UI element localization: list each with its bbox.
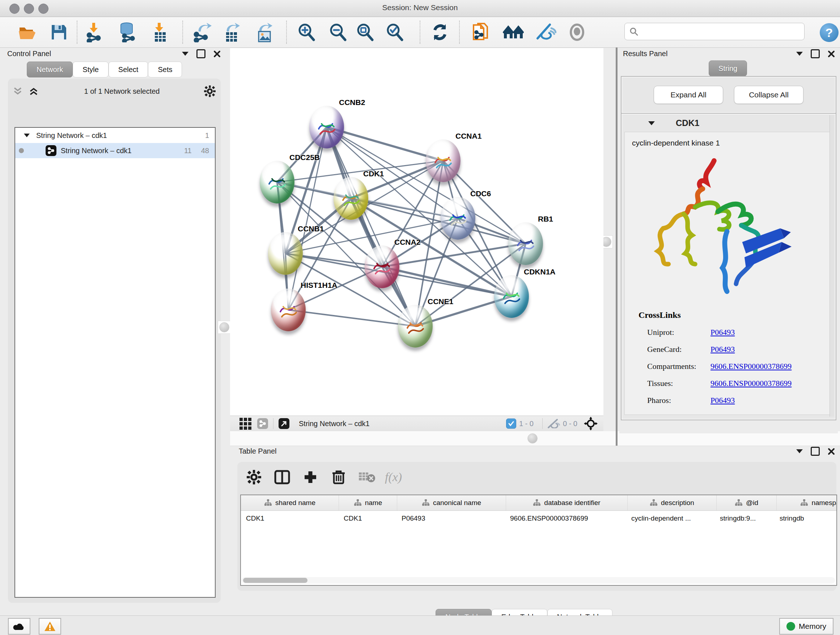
node-CCNE1[interactable] [398, 305, 433, 348]
table-cell[interactable]: stringdb [775, 511, 837, 526]
crosslink-link[interactable]: 9606.ENSP00000378699 [711, 362, 791, 371]
warnings-button[interactable] [39, 618, 61, 635]
expand-all-button[interactable]: Expand All [654, 86, 723, 104]
column-header-description[interactable]: description [628, 495, 717, 510]
edge-CCNA2-CDKN1A[interactable] [382, 267, 512, 296]
panel-float-icon[interactable] [196, 49, 205, 58]
panel-close-icon[interactable] [213, 50, 221, 57]
node-CCNB2[interactable] [309, 106, 344, 149]
network-view-canvas[interactable]: CCNB2CCNA1CDC25BCDK1CDC6RB1CCNB1CCNA2CDK… [230, 48, 603, 416]
save-session-icon[interactable] [49, 22, 69, 43]
node-HIST1H1A[interactable] [271, 288, 306, 331]
zoom-out-icon[interactable] [327, 22, 348, 43]
open-session-icon[interactable] [17, 22, 38, 43]
panel-collapse-icon[interactable] [182, 52, 188, 56]
node-CCNA2[interactable] [365, 245, 399, 288]
column-header-database-identifier[interactable]: database identifier [506, 495, 628, 510]
string-home-icon[interactable] [503, 22, 524, 43]
tab-select[interactable]: Select [109, 62, 148, 78]
zoom-fit-icon[interactable] [355, 22, 376, 43]
zoom-in-icon[interactable] [296, 22, 317, 43]
collapse-all-button[interactable]: Collapse All [734, 86, 804, 104]
column-header-name[interactable]: name [339, 495, 397, 510]
entry-expander-icon[interactable] [648, 121, 655, 125]
crosslink-link[interactable]: 9606.ENSP00000378699 [711, 379, 791, 388]
horizontal-splitter-handle[interactable] [527, 432, 538, 444]
cloud-status-button[interactable] [8, 618, 30, 635]
node-CDC6[interactable] [441, 197, 475, 240]
table-cell[interactable]: P06493 [396, 511, 505, 526]
crosslink-link[interactable]: P06493 [711, 396, 735, 405]
network-tree-child-row[interactable]: String Network – cdk1 11 48 [15, 143, 215, 158]
network-tree-root-row[interactable]: String Network – cdk1 1 [15, 128, 215, 143]
network-grid-icon[interactable] [240, 418, 251, 430]
add-column-icon[interactable] [300, 467, 321, 487]
table-settings-gear-icon[interactable] [244, 467, 264, 487]
edge-CCNB2-CCNA1[interactable] [327, 127, 443, 161]
column-header-canonical-name[interactable]: canonical name [397, 495, 506, 510]
function-builder-icon[interactable]: f(x) [385, 470, 402, 484]
tab-string[interactable]: String [709, 60, 747, 76]
network-options-gear-icon[interactable] [204, 86, 216, 97]
help-button[interactable]: ? [820, 23, 838, 42]
show-columns-icon[interactable] [272, 467, 292, 487]
node-CCNA1[interactable] [426, 139, 461, 182]
node-CCNB1[interactable] [268, 232, 303, 275]
edge-CCNA2-RB1[interactable] [382, 244, 526, 267]
import-table-icon[interactable] [149, 22, 171, 43]
table-cell[interactable]: CDK1 [241, 511, 339, 526]
column-header-@id[interactable]: @id [717, 495, 777, 510]
panel-float-icon[interactable] [811, 447, 820, 456]
table-cell[interactable]: CDK1 [339, 511, 396, 526]
refresh-icon[interactable] [429, 22, 450, 43]
crosslink-link[interactable]: P06493 [711, 345, 735, 354]
tab-style[interactable]: Style [73, 62, 108, 78]
table-cell[interactable]: stringdb:9... [715, 511, 775, 526]
tab-network[interactable]: Network [27, 62, 73, 78]
node-CDK1[interactable] [333, 177, 368, 220]
column-header-shared-name[interactable]: shared name [241, 495, 339, 510]
delete-column-icon[interactable] [328, 467, 349, 487]
table-row[interactable]: CDK1CDK1P064939606.ENSP00000378699cyclin… [241, 511, 836, 526]
tree-expander-icon[interactable] [24, 134, 30, 137]
selected-checkbox-icon[interactable] [506, 418, 516, 429]
crosslink-link[interactable]: P06493 [711, 328, 735, 337]
import-network-file-icon[interactable] [470, 22, 491, 43]
network-share-icon[interactable] [257, 418, 268, 429]
node-RB1[interactable] [508, 222, 543, 265]
export-table-icon[interactable] [221, 22, 242, 43]
table-cell[interactable]: 9606.ENSP00000378699 [505, 511, 626, 526]
scrollbar-thumb[interactable] [243, 578, 308, 583]
panel-float-icon[interactable] [811, 49, 820, 58]
node-CDKN1A[interactable] [494, 275, 529, 318]
hidden-eye-icon[interactable] [548, 419, 560, 428]
import-network-icon[interactable] [84, 22, 105, 43]
zoom-selected-icon[interactable] [384, 22, 405, 43]
table-horizontal-scrollbar[interactable] [242, 577, 835, 584]
panel-collapse-icon[interactable] [796, 52, 803, 56]
edge-CCNB2-CCNE1[interactable] [327, 127, 415, 326]
tab-sets[interactable]: Sets [148, 62, 182, 78]
table-cell[interactable]: cyclin-dependent ... [626, 511, 715, 526]
edge-CCNE1-HIST1H1A[interactable] [288, 310, 415, 326]
panel-collapse-icon[interactable] [796, 449, 803, 453]
left-splitter-handle[interactable] [218, 321, 231, 334]
panel-close-icon[interactable] [828, 50, 835, 57]
detach-view-icon[interactable] [279, 418, 289, 429]
results-scrollbar[interactable] [829, 115, 834, 417]
expand-all-icon[interactable] [29, 87, 40, 96]
node-CDC25B[interactable] [260, 161, 294, 203]
import-database-icon[interactable] [117, 22, 138, 43]
export-image-icon[interactable] [254, 22, 275, 43]
export-network-icon[interactable] [192, 22, 213, 43]
memory-button[interactable]: Memory [779, 618, 834, 635]
panel-close-icon[interactable] [828, 448, 835, 455]
birdseye-crosshair-icon[interactable] [584, 417, 598, 431]
column-header-namespace[interactable]: namespace [777, 495, 837, 510]
collapse-all-icon[interactable] [13, 87, 24, 96]
delete-table-icon[interactable] [357, 467, 377, 487]
hide-glasses-icon[interactable] [535, 22, 556, 43]
search-input[interactable] [641, 24, 804, 39]
show-eye-icon[interactable] [567, 22, 587, 43]
result-entry-header[interactable]: CDK1 [624, 116, 832, 130]
